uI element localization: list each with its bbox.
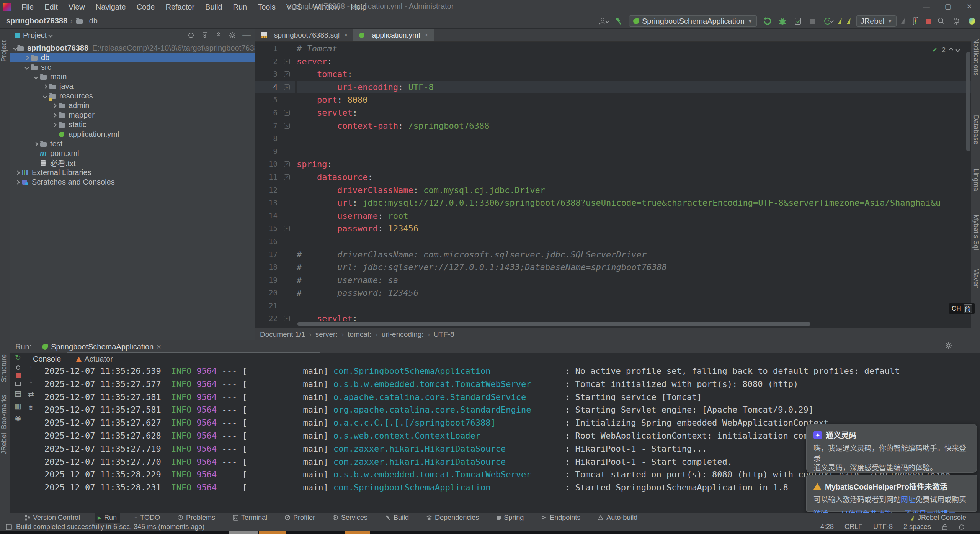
toolwindow-auto-build[interactable]: Auto-build (595, 513, 640, 523)
stripe-bookmarks[interactable]: Bookmarks (0, 395, 10, 429)
code-line[interactable]: spring: (297, 158, 971, 171)
tab-actuator[interactable]: Actuator (76, 355, 113, 364)
fold-open-icon[interactable]: ˅ (284, 316, 290, 321)
tree-right-chevron-icon[interactable] (14, 171, 21, 174)
code-area[interactable]: 12˅3˅4˄56˅7˄8910˅11˅12131415˄16171819202… (255, 42, 971, 328)
stripe-mybatis-sql[interactable]: Mybatis Sql (972, 215, 980, 250)
close-icon[interactable]: × (425, 32, 428, 39)
code-line[interactable]: # driverClassName: com.microsoft.sqlserv… (297, 248, 971, 261)
prev-issue-icon[interactable] (949, 48, 953, 52)
editor-horizontal-scrollbar[interactable] (297, 322, 810, 326)
code-line[interactable]: datasource: (297, 171, 971, 184)
tree-item-db[interactable]: db (10, 53, 255, 62)
jrebel-select[interactable]: JRebel ▼ (856, 15, 897, 27)
stripe-notifications[interactable]: Notifications (972, 38, 980, 76)
console-settings-icon[interactable] (16, 365, 20, 370)
inspection-widget[interactable]: ✓ 2 (932, 46, 959, 54)
next-issue-icon[interactable] (956, 48, 960, 52)
jrebel-console-button[interactable]: JRebel Console (911, 514, 966, 522)
editor-gutter[interactable]: 12˅3˅4˄56˅7˄8910˅11˅12131415˄16171819202… (255, 42, 295, 325)
menu-code[interactable]: Code (132, 2, 160, 12)
tree-item-test[interactable]: test (10, 139, 255, 149)
fold-end-icon[interactable]: ˄ (284, 226, 290, 231)
code-line[interactable] (297, 145, 971, 158)
caret-position[interactable]: 4:28 (820, 523, 834, 531)
toolwindow-todo[interactable]: ≡TODO (131, 513, 163, 523)
toolwindow-build[interactable]: Build (382, 513, 412, 523)
ime-indicator[interactable]: CH 简 (949, 303, 975, 314)
search-everywhere-icon[interactable] (936, 16, 946, 26)
profiler-button[interactable] (823, 16, 833, 26)
tree-right-chevron-icon[interactable] (51, 114, 58, 117)
up-stacktrace-icon[interactable]: ↑ (29, 364, 33, 372)
breadcrumb-project[interactable]: springboot76388 (6, 16, 67, 25)
fold-open-icon[interactable]: ˅ (284, 110, 290, 116)
collapse-all-icon[interactable] (215, 31, 222, 39)
tree-item-External-Libraries[interactable]: External Libraries (10, 168, 255, 177)
editor-breadcrumbs[interactable]: Document 1/1›server:›tomcat:›uri-encodin… (255, 328, 971, 340)
code-line[interactable] (297, 300, 971, 313)
tree-item-Scratches-and-Consoles[interactable]: Scratches and Consoles (10, 177, 255, 187)
close-icon[interactable]: × (157, 342, 161, 351)
menu-edit[interactable]: Edit (40, 2, 62, 12)
toolwindow-run[interactable]: ▶Run (95, 513, 120, 523)
panel-settings-gear-icon[interactable] (229, 31, 236, 39)
expand-all-icon[interactable] (201, 31, 209, 39)
stripe-structure[interactable]: Structure (0, 354, 10, 382)
code-line[interactable]: tomcat: (297, 68, 971, 81)
toolwindow-version-control[interactable]: Version Control (21, 513, 83, 523)
tree-down-chevron-icon[interactable] (41, 95, 49, 98)
stripe-jrebel[interactable]: JRebel (0, 433, 10, 454)
breadcrumb-2[interactable]: tomcat: (348, 330, 371, 339)
toolwindow-services[interactable]: Services (330, 513, 371, 523)
settings-gear-icon[interactable] (952, 16, 962, 26)
stripe-lingma[interactable]: Lingma (972, 169, 980, 191)
website-link[interactable]: 网址 (901, 496, 915, 504)
editor-tab-springboot76388-sql[interactable]: springboot76388.sql× (255, 29, 353, 41)
tree-item-static[interactable]: static (10, 120, 255, 129)
tree-item-pom-xml[interactable]: mpom.xml (10, 149, 255, 158)
tree-item-mapper[interactable]: mapper (10, 110, 255, 120)
fold-end-icon[interactable]: ˄ (284, 123, 290, 129)
menu-navigate[interactable]: Navigate (91, 2, 131, 12)
fold-open-icon[interactable]: ˅ (284, 161, 290, 167)
indent-setting[interactable]: 2 spaces (903, 523, 931, 531)
breadcrumb-db[interactable]: db (89, 16, 98, 25)
rerun-icon[interactable]: ↻ (15, 353, 21, 362)
code-line[interactable]: password: 123456 (297, 222, 971, 235)
toolwindow-profiler[interactable]: Profiler (282, 513, 318, 523)
tab-console[interactable]: Console (33, 355, 61, 364)
tree-item-resources[interactable]: resources (10, 91, 255, 101)
code-line[interactable]: uri-encoding: UTF-8 (297, 81, 971, 94)
toolwindow-dependencies[interactable]: Dependencies (423, 513, 482, 523)
tree-right-chevron-icon[interactable] (51, 104, 58, 107)
breadcrumb-4[interactable]: UTF-8 (434, 330, 454, 339)
stripe-project[interactable]: Project (0, 40, 10, 62)
code-line[interactable]: server: (297, 55, 971, 68)
menu-run[interactable]: Run (229, 2, 252, 12)
status-message[interactable]: Build completed successfully in 6 sec, 3… (16, 523, 204, 531)
menu-tools[interactable]: Tools (253, 2, 280, 12)
toolwindow-problems[interactable]: Problems (175, 513, 218, 523)
code-line[interactable]: username: root (297, 210, 971, 223)
code-line[interactable]: url: jdbc:mysql://127.0.0.1:3306/springb… (297, 197, 971, 210)
build-hammer-icon[interactable] (614, 16, 624, 26)
run-settings-gear-icon[interactable] (945, 342, 952, 349)
stop-icon[interactable] (16, 373, 21, 378)
project-panel-title[interactable]: Project (23, 31, 47, 40)
lock-icon[interactable] (942, 524, 948, 531)
breadcrumb-0[interactable]: Document 1/1 (260, 330, 305, 339)
toolwindow-spring[interactable]: Spring (493, 513, 527, 523)
tree-right-chevron-icon[interactable] (41, 85, 49, 88)
maximize-icon[interactable]: ▢ (937, 0, 959, 14)
down-stacktrace-icon[interactable]: ↓ (29, 377, 33, 385)
menu-build[interactable]: Build (201, 2, 227, 12)
run-button[interactable] (762, 16, 772, 26)
code-line[interactable] (297, 132, 971, 145)
editor-tab-application-yml[interactable]: application.yml× (353, 29, 433, 41)
chevron-down-icon[interactable] (49, 33, 53, 37)
minimize-icon[interactable]: — (916, 0, 937, 14)
dump-threads-icon[interactable] (15, 382, 21, 386)
tree-right-chevron-icon[interactable] (23, 56, 31, 59)
tree-item-main[interactable]: main (10, 72, 255, 82)
